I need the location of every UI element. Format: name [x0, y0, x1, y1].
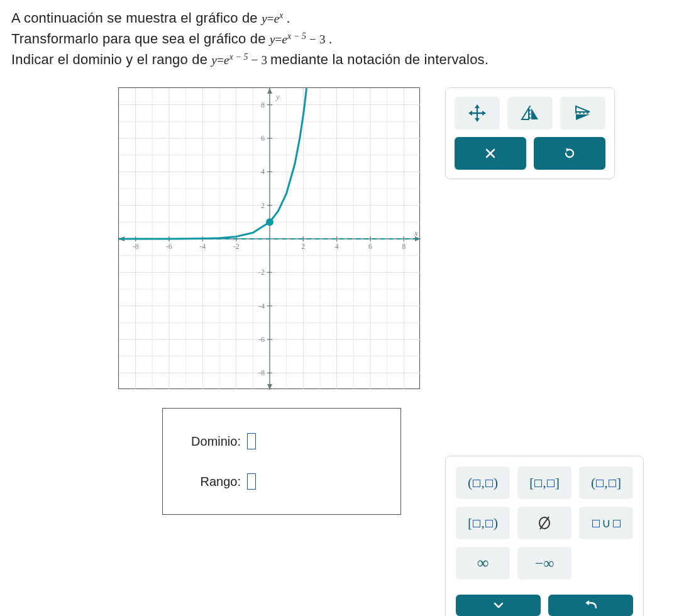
range-label: Rango:	[178, 475, 241, 489]
svg-text:-4: -4	[199, 242, 206, 251]
interval-open-open-button[interactable]: (,)	[456, 466, 510, 499]
equation-1: y=ex	[262, 12, 286, 25]
svg-text:4: 4	[335, 242, 339, 251]
reflect-horizontal-button[interactable]	[560, 97, 605, 129]
transform-tool-panel	[445, 87, 615, 179]
svg-text:2: 2	[301, 242, 305, 251]
svg-text:-6: -6	[166, 242, 172, 251]
svg-text:6: 6	[368, 242, 372, 251]
equation-3: y=ex − 5 − 3	[211, 53, 270, 67]
svg-text:8: 8	[402, 242, 406, 251]
domain-input[interactable]	[247, 433, 256, 449]
svg-text:-2: -2	[258, 268, 265, 277]
nav-back-button[interactable]	[548, 595, 633, 616]
move-crosshair-icon	[468, 104, 487, 123]
range-input[interactable]	[247, 473, 256, 490]
svg-marker-80	[475, 104, 480, 108]
svg-marker-85	[522, 108, 529, 119]
reset-button[interactable]	[534, 137, 605, 170]
svg-marker-81	[475, 118, 480, 122]
interval-closed-closed-button[interactable]: [,]	[517, 466, 571, 499]
question-prompt: A continuación se muestra el gráfico de …	[11, 8, 668, 70]
empty-set-icon	[538, 515, 551, 531]
svg-marker-89	[576, 114, 590, 120]
equation-2: y=ex − 5 − 3	[270, 33, 329, 46]
nav-down-button[interactable]	[456, 595, 541, 616]
svg-text:-2: -2	[233, 242, 240, 251]
reflect-vertical-icon	[519, 104, 541, 122]
chevron-down-icon	[492, 601, 505, 610]
svg-text:-4: -4	[258, 302, 265, 311]
prompt-line3: Indicar el dominio y el rango de	[11, 52, 211, 67]
translate-button[interactable]	[455, 97, 500, 129]
svg-text:8: 8	[261, 101, 265, 109]
svg-text:-8: -8	[258, 368, 265, 377]
svg-marker-82	[468, 111, 472, 116]
svg-marker-88	[576, 106, 590, 112]
svg-text:2: 2	[261, 201, 265, 210]
interval-tool-panel: (,) [,] (,] [,) ∪ ∞ −∞	[445, 456, 644, 616]
svg-marker-95	[585, 600, 589, 605]
undo-arrow-icon	[584, 600, 598, 610]
delete-button[interactable]	[455, 137, 526, 170]
svg-text:-8: -8	[133, 242, 139, 251]
reflect-vertical-button[interactable]	[507, 97, 553, 129]
infinity-button[interactable]: ∞	[456, 547, 510, 580]
svg-text:-6: -6	[258, 335, 265, 344]
neg-infinity-button[interactable]: −∞	[517, 547, 571, 580]
reflect-horizontal-icon	[573, 104, 592, 123]
answer-box: Dominio: Rango:	[162, 408, 401, 515]
graph-canvas[interactable]: -8-6-4-22468-8-6-4-22468 y x	[118, 87, 420, 389]
x-axis-label: x	[414, 228, 418, 238]
y-axis-label: y	[275, 92, 280, 101]
svg-text:4: 4	[261, 167, 265, 176]
svg-marker-83	[482, 111, 486, 116]
empty-set-button[interactable]	[517, 507, 571, 539]
svg-marker-43	[267, 384, 272, 390]
interval-closed-open-button[interactable]: [,)	[456, 507, 510, 539]
svg-marker-86	[531, 108, 538, 119]
interval-open-closed-button[interactable]: (,]	[579, 466, 633, 499]
close-icon	[484, 147, 497, 160]
prompt-line2: Transformarlo para que sea el gráfico de	[11, 31, 270, 47]
svg-point-77	[266, 218, 273, 226]
svg-marker-42	[267, 88, 272, 94]
svg-text:6: 6	[261, 134, 265, 143]
prompt-line1: A continuación se muestra el gráfico de	[11, 10, 262, 26]
union-button[interactable]: ∪	[579, 507, 633, 539]
undo-icon	[563, 146, 577, 160]
domain-label: Dominio:	[178, 434, 241, 449]
